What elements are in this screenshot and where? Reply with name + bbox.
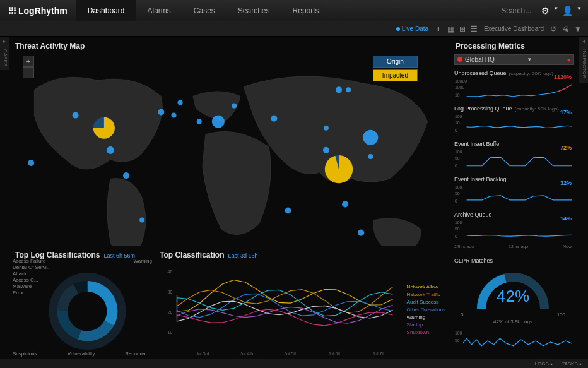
threat-dot[interactable]: [28, 160, 34, 166]
legend-item[interactable]: Audit Success: [407, 299, 445, 306]
tasks-tab[interactable]: TASKS ▴: [562, 361, 582, 367]
zoom-controls: + −: [23, 56, 34, 78]
svg-text:50: 50: [455, 156, 460, 160]
filter-icon[interactable]: ▼: [574, 25, 582, 33]
glpr-caption: 42% of 3.8k Logs: [449, 319, 577, 324]
print-icon[interactable]: 🖨: [562, 25, 569, 33]
dashboard-name[interactable]: Executive Dashboard: [484, 25, 544, 32]
threat-dot[interactable]: [197, 119, 202, 124]
user-icon[interactable]: 👤: [562, 6, 573, 16]
nav-tab-cases[interactable]: Cases: [182, 0, 226, 21]
zoom-in-button[interactable]: +: [23, 56, 34, 67]
legend-item[interactable]: Network Traffic: [407, 291, 445, 299]
nav-tab-alarms[interactable]: Alarms: [136, 0, 182, 21]
chevron-down-icon: ▼: [527, 57, 532, 62]
donut-labels-left: Access FailureDenial Of Servi...AttackAc…: [13, 258, 50, 296]
svg-text:30: 30: [168, 290, 173, 294]
threat-map-panel: Threat Activity Map + − Origin Impacted: [9, 37, 447, 246]
inspector-side-tab[interactable]: INSPECTOR: [579, 45, 588, 83]
threat-dot[interactable]: [285, 207, 291, 213]
glpr-sparkline: 100 50: [454, 328, 572, 352]
legend-item[interactable]: Network Allow: [407, 283, 445, 291]
svg-text:100: 100: [455, 150, 462, 154]
threat-dot[interactable]: [323, 147, 329, 153]
logo-dots-icon: [9, 7, 16, 14]
threat-dot[interactable]: [363, 130, 378, 145]
logs-tab[interactable]: LOGS ▴: [535, 361, 553, 367]
top-nav: LogRhythm DashboardAlarmsCasesSearchesRe…: [0, 0, 588, 21]
nav-tab-reports[interactable]: Reports: [281, 0, 331, 21]
metrics-selector[interactable]: Global HQ ▼ ●: [454, 54, 574, 65]
threat-dot[interactable]: [178, 100, 183, 105]
lines-title: Top Classification: [160, 251, 224, 259]
threat-dot[interactable]: [336, 86, 342, 93]
svg-text:Jul 3rd: Jul 3rd: [196, 352, 209, 356]
chevron-down-icon[interactable]: ▼: [577, 6, 582, 16]
nav-tabs: DashboardAlarmsCasesSearchesReports: [76, 0, 331, 21]
threat-dot[interactable]: [212, 116, 225, 128]
svg-text:0: 0: [455, 128, 457, 133]
nav-tab-searches[interactable]: Searches: [226, 0, 281, 21]
threat-dot[interactable]: [171, 113, 176, 118]
metric-unprocessed-queue: Unprocessed Queue(capacity: 20K logs)112…: [449, 68, 577, 103]
threat-dot[interactable]: [123, 172, 129, 179]
metric-archive-queue: Archive Queue14% 100 50 0: [449, 209, 577, 244]
legend-item[interactable]: Warning: [407, 314, 445, 321]
add-widget-icon[interactable]: ⊞: [459, 25, 466, 33]
map-title: Threat Activity Map: [9, 37, 447, 53]
legend-item[interactable]: Shutdown: [407, 329, 445, 336]
threat-dot[interactable]: [342, 201, 348, 207]
lines-time: Last 3d 16h: [228, 252, 257, 259]
search-input[interactable]: Search...: [496, 4, 536, 18]
svg-text:Jul 6th: Jul 6th: [329, 352, 342, 356]
glpr-title: GLPR Matches: [454, 258, 493, 264]
svg-text:100: 100: [455, 185, 462, 189]
svg-text:Jul 4th: Jul 4th: [240, 352, 254, 356]
svg-text:0: 0: [455, 163, 457, 168]
list-icon[interactable]: ☰: [471, 25, 478, 33]
svg-text:50: 50: [455, 227, 460, 231]
metric-event-insert-buffer: Event Insert Buffer72% 100 50 0: [449, 138, 577, 174]
sliders-icon[interactable]: ⚙: [541, 6, 550, 16]
threat-dot[interactable]: [324, 126, 329, 131]
glpr-pct: 42%: [469, 287, 557, 306]
glpr-gauge: 42%: [469, 268, 557, 312]
legend-item[interactable]: Startup: [407, 321, 445, 329]
svg-text:20: 20: [168, 310, 173, 314]
legend-item[interactable]: Other Operations: [407, 306, 445, 314]
nav-tab-dashboard[interactable]: Dashboard: [76, 0, 136, 21]
threat-dot[interactable]: [232, 103, 237, 108]
threat-dot[interactable]: [107, 146, 114, 154]
threat-dot[interactable]: [73, 112, 79, 119]
live-data-indicator[interactable]: Live Data: [396, 25, 428, 32]
svg-text:Jul 7th: Jul 7th: [373, 352, 386, 356]
map-legend: Origin Impacted: [373, 56, 418, 81]
processing-metrics-panel: Processing Metrics Global HQ ▼ ● Unproce…: [447, 37, 579, 359]
threat-dot[interactable]: [139, 218, 144, 223]
donut-label-warning: Warning: [134, 258, 153, 264]
threat-dot[interactable]: [158, 109, 164, 116]
threat-pie[interactable]: [93, 117, 115, 139]
zoom-out-button[interactable]: −: [23, 67, 34, 78]
bottom-row: Top Log ClassificationsLast 6h 56m Acces…: [9, 246, 447, 359]
svg-text:50: 50: [455, 191, 460, 196]
metrics-time-axis: 24hrs ago12hrs agoNow: [449, 244, 577, 249]
legend-origin[interactable]: Origin: [373, 56, 418, 68]
subbar: Live Data ⏸ ▦ ⊞ ☰ Executive Dashboard ↺ …: [0, 21, 588, 37]
threat-dot[interactable]: [368, 154, 373, 159]
threat-dot[interactable]: [271, 116, 277, 122]
undo-icon[interactable]: ↺: [550, 25, 556, 33]
threat-pie[interactable]: [325, 155, 353, 183]
brand-text: LogRhythm: [18, 6, 68, 16]
cases-side-tab[interactable]: CASES: [0, 45, 9, 70]
chevron-down-icon[interactable]: ▼: [553, 6, 558, 16]
expand-left-icon[interactable]: ▸: [0, 37, 9, 45]
widget-icon[interactable]: ▦: [447, 25, 454, 33]
legend-impacted[interactable]: Impacted: [373, 69, 418, 81]
threat-dot[interactable]: [358, 230, 364, 236]
pause-icon[interactable]: ⏸: [435, 25, 441, 32]
expand-right-icon[interactable]: ◂: [579, 37, 588, 45]
threat-dot[interactable]: [346, 87, 351, 92]
svg-text:10: 10: [168, 330, 173, 335]
lines-chart[interactable]: 40302010 Jul 3rdJul 4thJul 5thJul 6thJul…: [153, 262, 447, 357]
